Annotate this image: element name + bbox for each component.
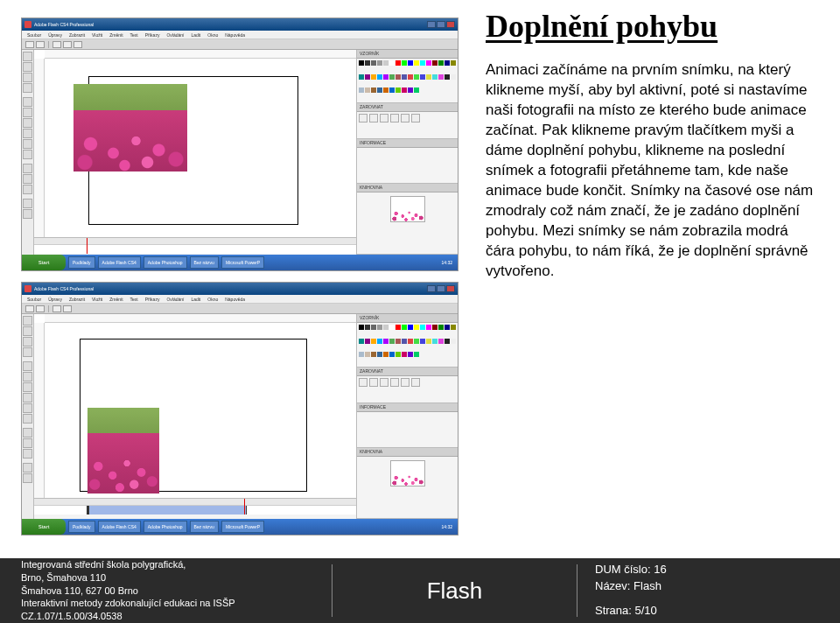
swatch xyxy=(438,325,444,330)
swatch xyxy=(402,339,407,344)
swatch xyxy=(451,339,456,344)
menu-item: Změnit xyxy=(109,32,122,37)
panels: VZORNÍK ZAROVNAT xyxy=(356,314,458,519)
project-code: CZ.1.07/1.5.00/34.0538 xyxy=(21,610,332,623)
tween-span xyxy=(89,506,247,514)
tool-icon xyxy=(25,41,34,48)
align-top-icon xyxy=(390,378,399,387)
swatch xyxy=(420,325,425,330)
text-tool-icon xyxy=(23,372,32,382)
align-center-icon xyxy=(369,114,378,122)
swatch xyxy=(383,60,388,66)
info-header: INFORMACE xyxy=(357,139,458,148)
swatches-body xyxy=(357,59,458,102)
tools-panel xyxy=(22,50,34,255)
hand-tool-icon xyxy=(23,463,32,472)
align-top-icon xyxy=(390,114,399,122)
subselect-tool-icon xyxy=(23,326,32,336)
align-center-icon xyxy=(369,378,378,387)
swatch xyxy=(389,60,395,66)
task-item: Podklady xyxy=(68,521,95,533)
align-header: ZAROVNAT xyxy=(357,368,458,376)
page-number: Strana: 5/10 xyxy=(595,603,819,620)
swatch xyxy=(377,60,382,66)
flash-screenshot-2: Adobe Flash CS4 Professional Soubor Úpra… xyxy=(21,282,458,536)
toolbar xyxy=(22,304,458,314)
line-tool-icon xyxy=(23,118,32,128)
swatch xyxy=(402,60,407,66)
menu-item: Okno xyxy=(207,297,218,301)
task-item: Adobe Flash CS4 xyxy=(98,521,141,533)
project-name: Interaktivní metody zdokonalující edukac… xyxy=(21,597,332,610)
rect-tool-icon xyxy=(23,129,32,138)
school-address: Šmahova 110, 627 00 Brno xyxy=(21,584,332,598)
swatch xyxy=(402,74,407,80)
task-item: Bez názvu xyxy=(190,521,219,533)
swatch xyxy=(396,60,401,66)
slide-body: Animaci začínáme na prvním snímku, na kt… xyxy=(486,60,814,281)
pen-tool-icon xyxy=(23,97,32,107)
task-item: Podklady xyxy=(68,256,95,269)
menu-item: Soubor xyxy=(27,297,41,301)
swatch xyxy=(371,88,376,93)
swatch xyxy=(365,352,370,357)
swatch xyxy=(371,74,376,80)
swatch xyxy=(451,60,456,66)
swatch xyxy=(414,74,419,80)
swatch xyxy=(414,325,419,330)
pencil-tool-icon xyxy=(23,139,32,149)
align-right-icon xyxy=(380,114,388,122)
app-title: Adobe Flash CS4 Professional xyxy=(34,286,94,291)
maximize-icon xyxy=(437,21,445,28)
menu-bar: Soubor Úpravy Zobrazit Vložit Změnit Tex… xyxy=(22,31,458,39)
menu-item: Úpravy xyxy=(48,297,62,301)
swatch xyxy=(365,325,370,330)
transform-tool-icon xyxy=(23,73,32,82)
footer-center: Flash xyxy=(332,564,578,617)
align-left-icon xyxy=(359,378,368,387)
tool-icon xyxy=(25,305,34,312)
swatch xyxy=(359,339,364,344)
swatch xyxy=(365,74,370,80)
bucket-tool-icon xyxy=(23,164,32,173)
playhead-icon xyxy=(244,499,245,514)
transform-tool-icon xyxy=(23,337,32,346)
tool-icon xyxy=(52,41,61,48)
panels: VZORNÍK ZAROVNAT xyxy=(356,50,458,255)
close-icon xyxy=(446,21,455,28)
zoom-tool-icon xyxy=(23,473,32,483)
rect-tool-icon xyxy=(23,393,32,402)
footer: Integrovaná střední škola polygrafická, … xyxy=(0,558,840,623)
library-thumb xyxy=(390,460,425,486)
tool-icon xyxy=(63,305,72,312)
taskbar: Start Podklady Adobe Flash CS4 Adobe Pho… xyxy=(22,519,458,535)
swatch xyxy=(438,339,444,344)
dum-name: Název: Flash xyxy=(595,578,819,595)
brush-tool-icon xyxy=(23,414,32,424)
swatch xyxy=(420,74,425,80)
swatch xyxy=(383,88,388,93)
stage xyxy=(80,339,307,492)
minimize-icon xyxy=(427,21,436,28)
swatch xyxy=(402,352,407,357)
menu-item: Úpravy xyxy=(48,32,62,37)
flash-icon xyxy=(24,21,32,28)
swatch xyxy=(444,60,450,66)
swatch xyxy=(359,60,364,66)
menu-item: Příkazy xyxy=(145,297,160,301)
menu-item: Příkazy xyxy=(145,32,160,37)
pencil-tool-icon xyxy=(23,403,32,413)
swatch xyxy=(451,74,456,80)
task-item: Bez názvu xyxy=(190,256,219,269)
eyedrop-tool-icon xyxy=(23,174,32,184)
swatch xyxy=(396,352,401,357)
menu-item: Ovládání xyxy=(166,297,184,301)
swatch xyxy=(408,88,413,93)
swatch xyxy=(396,339,401,344)
swatch xyxy=(359,88,364,93)
swatch xyxy=(420,339,425,344)
swatch xyxy=(414,339,419,344)
playhead-icon xyxy=(87,238,88,254)
line-tool-icon xyxy=(23,382,32,392)
library-body xyxy=(357,457,458,518)
